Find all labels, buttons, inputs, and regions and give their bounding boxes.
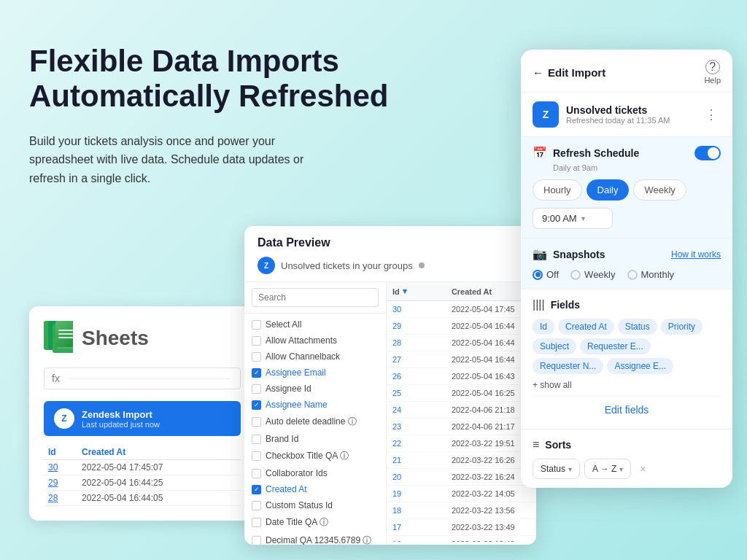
radio-off[interactable] <box>533 270 543 280</box>
snapshots-section: 📷 Snapshots How it works Off Weekly Mont… <box>521 238 732 289</box>
sheets-icon <box>44 321 73 356</box>
svg-rect-7 <box>58 333 73 335</box>
field-allow-attachments[interactable]: Allow Attachments <box>244 332 386 349</box>
help-label: Help <box>704 76 721 85</box>
how-it-works-link[interactable]: How it works <box>671 249 721 260</box>
field-allow-channelback[interactable]: Allow Channelback <box>244 349 386 365</box>
back-arrow-icon: ← <box>533 66 543 79</box>
edit-fields-button[interactable]: Edit fields <box>533 396 721 423</box>
tab-hourly[interactable]: Hourly <box>533 179 582 201</box>
sorts-section: ≡ Sorts Status ▾ A → Z ▾ × <box>521 429 732 488</box>
checkbox-custom-status[interactable] <box>252 501 261 510</box>
field-custom-status[interactable]: Custom Status Id <box>244 497 386 513</box>
field-select-all[interactable]: Select All <box>244 316 386 332</box>
field-brand-id[interactable]: Brand Id <box>244 431 386 447</box>
checkbox-decimal-qa[interactable] <box>252 536 261 545</box>
more-options-button[interactable]: ⋮ <box>702 104 721 125</box>
radio-monthly[interactable] <box>627 270 638 280</box>
table-row: 30 2022-05-04 17:45:07 <box>44 460 241 475</box>
snapshot-radio-group: Off Weekly Monthly <box>533 269 721 280</box>
checkbox-select-all[interactable] <box>252 320 261 330</box>
snapshot-option-monthly[interactable]: Monthly <box>627 269 675 280</box>
formula-bar: fx <box>44 368 241 389</box>
search-input[interactable] <box>252 288 379 307</box>
field-auto-delete[interactable]: Auto delete deadline ⓘ <box>244 413 386 431</box>
checkbox-brand-id[interactable] <box>252 435 261 444</box>
zendesk-source-icon: Z <box>533 101 559 128</box>
source-subtitle: Refreshed today at 11:35 AM <box>566 116 694 125</box>
formula-icon: fx <box>52 373 60 384</box>
mini-table-header-date: Created At <box>77 445 241 460</box>
back-button[interactable]: ← Edit Import <box>533 66 605 79</box>
radio-weekly[interactable] <box>570 270 581 280</box>
zendesk-import-bar: Z Zendesk Import Last updated just now <box>44 401 241 436</box>
tab-daily[interactable]: Daily <box>587 179 630 201</box>
sheets-label: Sheets <box>82 327 149 350</box>
checkbox-date-title[interactable] <box>252 518 261 527</box>
field-label: Decimal QA 12345.6789 ⓘ <box>266 534 371 545</box>
hero-section: Flexible Data Imports Automatically Refr… <box>29 44 452 217</box>
ei-topbar: ← Edit Import ? Help <box>521 50 732 93</box>
dp-field-list: Select All Allow Attachments Allow Chann… <box>244 314 386 545</box>
table-row: 262022-05-04 16:43 <box>387 368 536 385</box>
refresh-schedule-section: 📅 Refresh Schedule Daily at 9am Hourly D… <box>521 137 732 238</box>
sort-order-value: A → Z <box>592 464 616 474</box>
fields-title-row: |||| Fields <box>533 298 721 311</box>
checkbox-created-at[interactable]: ✓ <box>252 485 261 494</box>
zendesk-import-title: Zendesk Import <box>82 409 160 420</box>
field-tag-requester-e: Requester E... <box>580 338 651 354</box>
dp-title: Data Preview <box>258 236 523 249</box>
sort-field-select[interactable]: Status ▾ <box>533 459 580 479</box>
checkbox-collaborator-ids[interactable] <box>252 469 261 478</box>
snapshot-option-off[interactable]: Off <box>533 269 559 280</box>
table-row: 272022-05-04 16:44 <box>387 351 536 368</box>
show-all-link[interactable]: + show all <box>533 380 721 390</box>
sort-remove-button[interactable]: × <box>635 462 650 476</box>
snapshot-option-weekly[interactable]: Weekly <box>570 269 615 280</box>
help-button[interactable]: ? Help <box>704 60 721 85</box>
edit-import-panel: ← Edit Import ? Help Z Unsolved tickets … <box>521 50 732 488</box>
checkbox-checkbox-title[interactable] <box>252 451 261 461</box>
checkbox-assignee-email[interactable]: ✓ <box>252 368 261 378</box>
checkbox-allow-channelback[interactable] <box>252 352 261 362</box>
dp-source-row: Z Unsolved tickets in your groups <box>258 257 523 274</box>
table-row: 252022-05-04 16:25 <box>387 385 536 402</box>
dp-search-container[interactable] <box>244 282 386 314</box>
tab-weekly[interactable]: Weekly <box>633 179 686 201</box>
table-row: 242022-04-06 21:18 <box>387 402 536 419</box>
table-row: 222022-03-22 19:51 <box>387 435 536 452</box>
field-label: Allow Attachments <box>266 335 337 346</box>
field-created-at[interactable]: ✓ Created At <box>244 481 386 497</box>
checkbox-assignee-name[interactable]: ✓ <box>252 400 261 410</box>
field-label: Custom Status Id <box>266 500 333 510</box>
fields-section: |||| Fields Id Created At Status Priorit… <box>521 289 732 429</box>
dp-source-name: Unsolved tickets in your groups <box>281 260 413 271</box>
checkbox-assignee-id[interactable] <box>252 384 261 394</box>
field-assignee-name[interactable]: ✓ Assignee Name <box>244 397 386 413</box>
fields-tags: Id Created At Status Priority Subject Re… <box>533 319 721 374</box>
snapshots-title: Snapshots <box>553 249 605 260</box>
field-checkbox-title[interactable]: Checkbox Title QA ⓘ <box>244 447 386 465</box>
section-title-row: 📅 Refresh Schedule <box>533 146 639 160</box>
field-date-title[interactable]: Date Title QA ⓘ <box>244 513 386 532</box>
time-select[interactable]: 9:00 AM ▾ <box>533 208 613 229</box>
field-label: Assignee Id <box>266 384 311 394</box>
zendesk-import-subtitle: Last updated just now <box>82 420 160 429</box>
field-decimal-qa[interactable]: Decimal QA 12345.6789 ⓘ <box>244 532 386 545</box>
field-assignee-id[interactable]: Assignee Id <box>244 381 386 397</box>
th-id: Id ▾ <box>387 282 446 300</box>
dp-body: Select All Allow Attachments Allow Chann… <box>244 282 536 545</box>
table-row: 232022-04-06 21:17 <box>387 419 536 435</box>
field-label: Auto delete deadline ⓘ <box>266 416 357 428</box>
field-tag-status: Status <box>618 319 657 335</box>
radio-off-label: Off <box>546 269 559 280</box>
sort-order-select[interactable]: A → Z ▾ <box>584 459 631 479</box>
sorts-controls: Status ▾ A → Z ▾ × <box>533 459 721 479</box>
checkbox-auto-delete[interactable] <box>252 417 261 427</box>
field-collaborator-ids[interactable]: Collaborator Ids <box>244 465 386 481</box>
field-assignee-email[interactable]: ✓ Assignee Email <box>244 365 386 381</box>
checkbox-allow-attachments[interactable] <box>252 336 261 346</box>
field-select-all-label: Select All <box>266 319 301 330</box>
refresh-schedule-toggle[interactable] <box>694 146 721 160</box>
field-label: Brand Id <box>266 434 298 444</box>
